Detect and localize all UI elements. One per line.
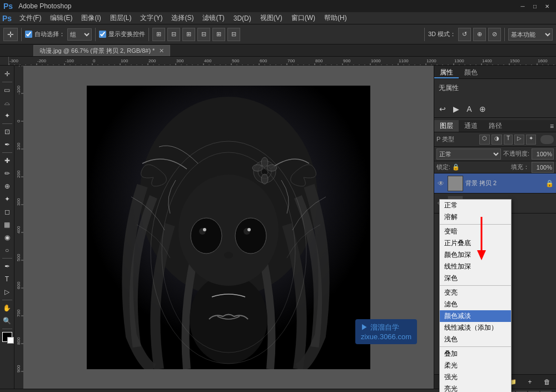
tool-brush[interactable]: ✏ — [1, 167, 13, 180]
filter-toggle[interactable] — [540, 135, 554, 144]
blend-opt-dark-color[interactable]: 深色 — [440, 272, 511, 284]
svg-marker-22 — [477, 250, 486, 260]
menu-window[interactable]: 窗口(W) — [287, 12, 320, 24]
layer-item-copy2[interactable]: 👁 背景 拷贝 2 🔒 — [434, 173, 556, 193]
tab-layers[interactable]: 图层 — [434, 120, 459, 132]
tab-color[interactable]: 颜色 — [459, 66, 483, 78]
filter-smart-btn[interactable]: ✦ — [526, 135, 536, 145]
no-properties-label: 无属性 — [439, 83, 552, 93]
blend-opt-linear-dodge[interactable]: 线性减淡（添加） — [440, 322, 511, 334]
blend-opt-darken[interactable]: 变暗 — [440, 226, 511, 237]
blend-opt-vivid-light[interactable]: 亮光 — [440, 383, 511, 392]
foreground-color[interactable] — [2, 332, 12, 342]
tool-move[interactable]: ✛ — [1, 68, 13, 80]
layer-eye-copy2[interactable]: 👁 — [436, 179, 445, 188]
svg-point-18 — [203, 228, 206, 231]
blend-opt-soft-light[interactable]: 柔光 — [440, 360, 511, 371]
align-right-btn[interactable]: ⊞ — [182, 28, 195, 41]
auto-select-checkbox[interactable] — [25, 31, 32, 38]
tool-marquee[interactable]: ▭ — [1, 84, 13, 96]
minimize-button[interactable]: ─ — [517, 2, 528, 11]
blend-opt-color-dodge[interactable]: 颜色减淡 — [440, 310, 511, 322]
action-icon[interactable]: ▶ — [450, 103, 462, 115]
tool-blur[interactable]: ◉ — [1, 231, 13, 244]
layer-thumb-copy2 — [448, 176, 463, 191]
history-icon[interactable]: ↩ — [436, 103, 449, 115]
tool-text[interactable]: T — [1, 273, 13, 285]
blend-mode-dropdown[interactable]: 正常 溶解 变暗 正片叠底 颜色加深 线性加深 深色 变亮 滤色 颜色减淡 线性… — [439, 199, 512, 392]
fill-input[interactable] — [532, 162, 554, 173]
doc-tab-close-btn[interactable]: ✕ — [159, 47, 164, 54]
menu-view[interactable]: 视图(V) — [256, 12, 287, 24]
panel-menu-btn[interactable]: ≡ — [550, 120, 556, 132]
tab-properties[interactable]: 属性 — [434, 66, 459, 78]
menu-edit[interactable]: 编辑(E) — [46, 12, 77, 24]
maximize-button[interactable]: □ — [529, 2, 540, 11]
tool-gradient[interactable]: ▦ — [1, 219, 13, 231]
blend-opt-multiply[interactable]: 正片叠底 — [440, 237, 511, 249]
show-transform-checkbox[interactable] — [99, 31, 106, 38]
blend-opt-color-burn[interactable]: 颜色加深 — [440, 249, 511, 261]
filter-shape-btn[interactable]: ▷ — [514, 135, 524, 145]
align-center-btn[interactable]: ⊟ — [167, 28, 180, 41]
blend-opt-normal[interactable]: 正常 — [440, 200, 511, 211]
align-top-btn[interactable]: ⊟ — [197, 28, 210, 41]
delete-layer-btn[interactable]: 🗑 — [542, 376, 553, 388]
3d-zoom-btn[interactable]: ⊘ — [488, 28, 501, 41]
blend-opt-light-color[interactable]: 浅色 — [440, 334, 511, 345]
tool-shape[interactable]: ▷ — [1, 286, 13, 298]
align-bottom-btn[interactable]: ⊟ — [227, 28, 240, 41]
toolbar-sep-2 — [95, 28, 96, 41]
tool-crop[interactable]: ⊡ — [1, 126, 13, 138]
menu-text[interactable]: 文字(Y) — [136, 12, 167, 24]
tool-eyedropper[interactable]: ✒ — [1, 138, 13, 151]
filter-pixel-btn[interactable]: ⬡ — [479, 135, 490, 145]
blend-opt-linear-burn[interactable]: 线性加深 — [440, 261, 511, 272]
move-tool-btn[interactable]: ✛ — [3, 28, 18, 41]
tool-pen[interactable]: ✒ — [1, 260, 13, 272]
red-arrow-indicator — [476, 217, 487, 261]
close-button[interactable]: ✕ — [542, 2, 553, 11]
left-toolbar: ✛ ▭ ⌓ ✦ ⊡ ✒ ✚ ✏ ⊕ ✦ ◻ ▦ ◉ ○ ✒ T ▷ ✋ 🔍 — [0, 66, 14, 389]
menu-select[interactable]: 选择(S) — [167, 12, 198, 24]
tool-clone[interactable]: ⊕ — [1, 180, 13, 192]
background-color[interactable] — [7, 337, 14, 344]
tool-lasso[interactable]: ⌓ — [1, 97, 13, 109]
align-left-btn[interactable]: ⊞ — [152, 28, 165, 41]
right-icon-strip: ↩ ▶ A ⊕ — [434, 101, 556, 118]
doc-tab[interactable]: 动漫.jpg @ 66.7% (背景 拷贝 2, RGB/8#) * ✕ — [33, 45, 170, 56]
filter-text-btn[interactable]: T — [504, 135, 513, 145]
blend-opt-screen[interactable]: 滤色 — [440, 299, 511, 310]
blend-opt-dissolve[interactable]: 溶解 — [440, 211, 511, 223]
menu-filter[interactable]: 滤镜(T) — [198, 12, 229, 24]
blend-opt-lighten[interactable]: 变亮 — [440, 287, 511, 299]
3d-icon[interactable]: ⊕ — [476, 103, 489, 115]
workspace-dropdown[interactable]: 基本功能 — [508, 28, 553, 41]
tab-channels[interactable]: 通道 — [459, 120, 483, 132]
tool-wand[interactable]: ✦ — [1, 110, 13, 122]
text-icon[interactable]: A — [463, 103, 475, 115]
tool-history[interactable]: ✦ — [1, 193, 13, 205]
blend-opt-overlay[interactable]: 叠加 — [440, 348, 511, 360]
align-middle-btn[interactable]: ⊞ — [212, 28, 225, 41]
blend-mode-select[interactable]: 正常 — [436, 148, 501, 160]
tool-healing[interactable]: ✚ — [1, 155, 13, 167]
auto-select-dropdown[interactable]: 组 图层 — [67, 28, 92, 41]
blend-opt-hard-light[interactable]: 强光 — [440, 371, 511, 383]
menu-layer[interactable]: 图层(L) — [106, 12, 136, 24]
new-layer-btn[interactable]: + — [524, 376, 535, 388]
menu-help[interactable]: 帮助(H) — [320, 12, 351, 24]
tab-paths[interactable]: 路径 — [483, 120, 508, 132]
menu-file[interactable]: 文件(F) — [15, 12, 46, 24]
menu-3d[interactable]: 3D(D) — [229, 12, 256, 24]
tool-eraser[interactable]: ◻ — [1, 206, 13, 218]
tool-hand[interactable]: ✋ — [1, 302, 13, 314]
title-bar-left: Ps Adobe Photoshop — [3, 2, 72, 11]
opacity-input[interactable] — [532, 148, 554, 160]
tool-dodge[interactable]: ○ — [1, 244, 13, 256]
tool-zoom[interactable]: 🔍 — [1, 315, 13, 327]
filter-adjust-btn[interactable]: ◑ — [492, 135, 502, 145]
menu-image[interactable]: 图像(I) — [77, 12, 105, 24]
3d-pan-btn[interactable]: ⊕ — [473, 28, 486, 41]
3d-rotate-btn[interactable]: ↺ — [458, 28, 471, 41]
